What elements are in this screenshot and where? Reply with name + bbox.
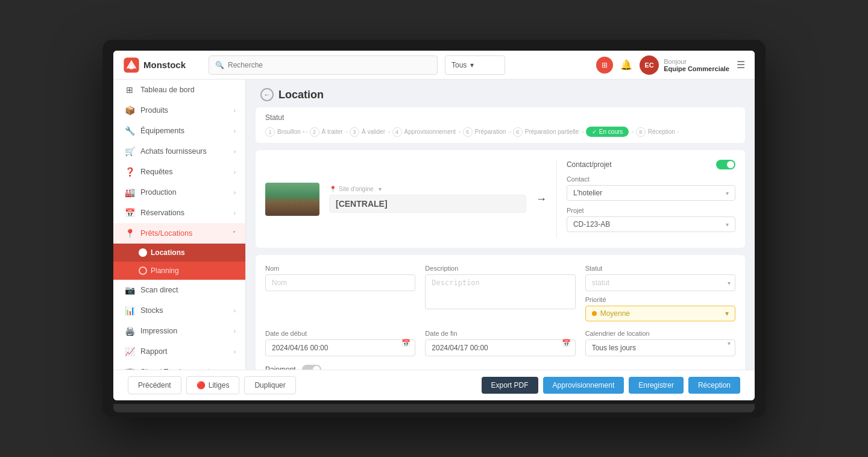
dupliquer-button[interactable]: Dupliquer	[244, 376, 295, 394]
form-row-2: Date de début 📅 Date de fin 📅 Calendrier…	[265, 330, 735, 356]
sub-item-label: Planning	[151, 266, 179, 275]
sidebar-item-sites[interactable]: 🏢 Sites / Emplacements ›	[113, 362, 245, 370]
active-step-pill: ✓ En cours	[586, 127, 629, 137]
enregistrer-button[interactable]: Enregistrer	[629, 377, 684, 394]
sidebar-item-equipements[interactable]: 🔧 Équipements ›	[113, 121, 245, 141]
sidebar-item-label: Prêts/Locations	[140, 229, 192, 238]
back-button[interactable]: ←	[260, 88, 274, 101]
select-arrow-icon: ▾	[726, 190, 729, 197]
date-fin-label: Date de fin	[425, 330, 575, 337]
step-a-traiter[interactable]: 2 À traiter	[310, 127, 343, 137]
date-fin-input[interactable]	[425, 339, 575, 356]
achats-icon: 🛒	[125, 147, 134, 156]
litiges-label: Litiges	[209, 381, 230, 389]
project-select[interactable]: CD-123-AB ▾	[567, 216, 735, 232]
calendar-icon: 📅	[401, 339, 410, 347]
step-num: 2	[310, 127, 319, 137]
sidebar-item-prets-locations[interactable]: 📍 Prêts/Locations ˅	[113, 223, 245, 244]
step-reception[interactable]: 8 Réception	[636, 127, 675, 137]
priorite-label: Priorité	[585, 296, 735, 303]
paiement-toggle[interactable]	[302, 365, 321, 370]
date-debut-input[interactable]	[265, 339, 415, 356]
search-input[interactable]	[228, 61, 431, 69]
litiges-icon: 🔴	[197, 381, 206, 389]
filter-dropdown[interactable]: Tous ▾	[445, 55, 505, 75]
sidebar-item-achats[interactable]: 🛒 Achats fournisseurs ›	[113, 141, 245, 162]
nom-input[interactable]	[265, 274, 415, 291]
approvisionnement-button[interactable]: Approvisionnement	[543, 377, 624, 394]
step-num: 5	[463, 127, 473, 137]
step-label: Approvisionnement	[404, 128, 456, 135]
search-bar[interactable]: 🔍	[209, 55, 438, 75]
calendrier-input[interactable]	[585, 339, 735, 356]
reception-button[interactable]: Réception	[688, 377, 740, 394]
chevron-icon: ›	[234, 210, 236, 216]
svg-rect-2	[130, 66, 133, 69]
step-num: 6	[513, 127, 523, 137]
dropdown-arrow[interactable]: ▾	[379, 186, 382, 192]
contact-project-toggle[interactable]	[716, 160, 735, 169]
paiement-label: Paiement	[265, 365, 296, 370]
separator: ·›	[580, 129, 584, 135]
date-debut-label: Date de début	[265, 330, 415, 337]
step-preparation[interactable]: 5 Préparation	[463, 127, 506, 137]
statut-input[interactable]	[585, 274, 735, 291]
sidebar-item-label: Réservations	[140, 209, 184, 217]
step-a-valider[interactable]: 3 À valider	[350, 127, 385, 137]
statut-field: Statut ▾	[585, 265, 735, 291]
contact-header: Contact/projet	[567, 160, 735, 169]
status-bar: Statut 1 Brouillon •·› 2 À traiter ·›	[256, 107, 745, 143]
rapport-icon: 📈	[125, 347, 134, 356]
notifications-btn[interactable]: ⊞	[596, 57, 613, 74]
step-prep-partielle[interactable]: 6 Préparation partielle	[513, 127, 579, 137]
contact-select[interactable]: L'hotelier ▾	[567, 185, 735, 201]
chevron-icon: ›	[234, 189, 236, 196]
logo-icon	[123, 57, 140, 74]
logo: Monstock	[123, 57, 201, 74]
sidebar-item-label: Requêtes	[140, 168, 173, 176]
contact-value: L'hotelier	[573, 189, 602, 197]
location-info-card: 📍 Site d'origine ▾ [CENTRALE] →	[256, 150, 745, 248]
sidebar-item-tableau-bord[interactable]: ⊞ Tableau de bord	[113, 80, 245, 100]
sidebar-item-stocks[interactable]: 📊 Stocks ›	[113, 300, 245, 321]
sidebar-item-reservations[interactable]: 📅 Réservations ›	[113, 203, 245, 223]
sidebar-item-impression[interactable]: 🖨️ Impression ›	[113, 321, 245, 341]
step-en-cours[interactable]: ✓ En cours	[586, 127, 629, 137]
filter-label: Tous	[451, 61, 467, 69]
litiges-button[interactable]: 🔴 Litiges	[186, 376, 240, 394]
sidebar-item-requetes[interactable]: ❓ Requêtes ›	[113, 162, 245, 182]
status-label: Statut	[265, 113, 735, 122]
step-label: Préparation	[475, 128, 506, 135]
contact-project-section: Contact/projet Contact L'hotelier ▾	[556, 160, 735, 238]
date-fin-field: Date de fin 📅	[425, 330, 575, 356]
bell-icon[interactable]: 🔔	[620, 59, 632, 71]
status-steps: 1 Brouillon •·› 2 À traiter ·› 3 À valid…	[265, 127, 735, 137]
precedent-button[interactable]: Précédent	[128, 376, 181, 394]
sidebar-item-label: Impression	[140, 327, 177, 335]
calendrier-label: Calendrier de location	[585, 330, 735, 337]
sidebar-item-label: Produits	[140, 106, 168, 115]
separator: ·›	[458, 129, 461, 135]
hamburger-icon[interactable]: ☰	[737, 59, 745, 71]
sidebar-sub-item-planning[interactable]: Planning	[113, 262, 245, 280]
step-label: Réception	[648, 128, 675, 135]
sidebar-item-production[interactable]: 🏭 Production ›	[113, 182, 245, 203]
priorite-value: Moyenne	[600, 309, 630, 318]
site-label: 📍 Site d'origine ▾	[329, 186, 526, 192]
select-arrow-icon: ▾	[726, 221, 729, 228]
sidebar-item-produits[interactable]: 📦 Produits ›	[113, 100, 245, 121]
description-input[interactable]	[425, 274, 575, 309]
priorite-field: Priorité Moyenne ▾	[585, 296, 735, 321]
contact-project-label: Contact/projet	[567, 160, 612, 169]
pin-icon: 📍	[329, 186, 336, 192]
step-num: 1	[265, 127, 275, 137]
sidebar-sub-item-locations[interactable]: Locations	[113, 244, 245, 262]
sidebar-item-scan[interactable]: 📷 Scan direct	[113, 280, 245, 300]
sidebar-item-rapport[interactable]: 📈 Rapport ›	[113, 341, 245, 362]
priorite-select[interactable]: Moyenne ▾	[585, 306, 735, 321]
prets-icon: 📍	[125, 228, 134, 238]
step-approvisionnement[interactable]: 4 Approvisionnement	[392, 127, 456, 137]
form-fields-card: Nom Description Statut	[256, 255, 745, 370]
step-brouillon[interactable]: 1 Brouillon	[265, 127, 301, 137]
export-pdf-button[interactable]: Export PDF	[482, 377, 538, 394]
